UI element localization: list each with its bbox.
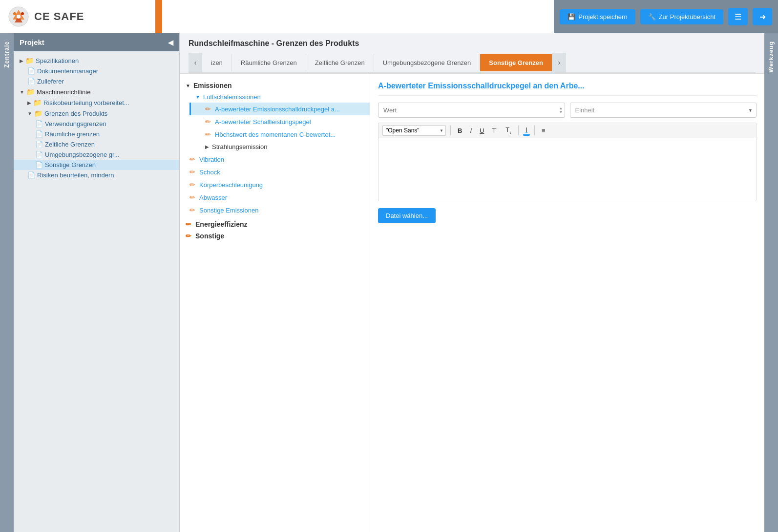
italic-button[interactable]: I xyxy=(467,126,474,135)
expand-arrow: ▼ xyxy=(27,111,32,116)
edit-icon: ✏ xyxy=(205,130,211,138)
svg-point-5 xyxy=(21,12,24,15)
page-title-bar: Rundschleifmaschine - Grenzen des Produk… xyxy=(180,33,764,74)
edit-icon: ✏ xyxy=(205,118,211,126)
emission-top-schock[interactable]: ✏ Schock xyxy=(180,166,370,178)
edit-icon: ✏ xyxy=(186,220,191,228)
left-side-tab[interactable]: Zentrale xyxy=(0,33,14,532)
expand-arrow: ▼ xyxy=(20,89,24,95)
emission-item-hoechstwert[interactable]: ✏ Höchstwert des momentanen C-bewertet..… xyxy=(189,128,370,141)
item-label: Risikobeurteilung vorbereitet... xyxy=(43,99,129,106)
font-select-wrapper: "Open Sans" Arial Times New Roman xyxy=(382,125,446,136)
abwasser-label: Abwasser xyxy=(199,194,227,201)
right-side-tab[interactable]: Werkzeug xyxy=(764,33,778,532)
emission-item-label: Höchstwert des momentanen C-bewertet... xyxy=(215,131,336,138)
strahlungsemission-label: Strahlungsemission xyxy=(212,143,267,150)
sonstige-emissionen-label: Sonstige Emissionen xyxy=(199,207,258,214)
tab-izen[interactable]: izen xyxy=(202,54,232,71)
tree-item-umgebungsbezogene[interactable]: 📄 Umgebungsbezogene gr... xyxy=(14,149,179,160)
svg-point-3 xyxy=(17,15,21,19)
sidebar-collapse-arrow[interactable]: ◀ xyxy=(168,39,173,46)
file-icon: 📄 xyxy=(35,141,43,148)
tab-raeumliche[interactable]: Räumliche Grenzen xyxy=(232,54,306,71)
tree-item-risiken-beurteilen[interactable]: 📄 Risiken beurteilen, mindern xyxy=(14,170,179,180)
toolbar-separator-2 xyxy=(518,126,519,135)
project-overview-button[interactable]: 🔧 Zur Projektübersicht xyxy=(640,9,723,24)
font-select[interactable]: "Open Sans" Arial Times New Roman xyxy=(382,125,446,136)
emission-item-a-schall[interactable]: ✏ A-bewerteter Schallleistungspegel xyxy=(189,115,370,128)
tree-item-risikobeurteilung[interactable]: ▶ 📁 Risikobeurteilung vorbereitet... xyxy=(14,97,179,108)
arrow-right-icon: ➜ xyxy=(759,12,766,21)
tree-item-maschinenrichtlinie[interactable]: ▼ 📁 Maschinenrichtlinie xyxy=(14,86,179,97)
emission-top-sonstige-emissionen[interactable]: ✏ Sonstige Emissionen xyxy=(180,204,370,216)
align-button[interactable]: ≡ xyxy=(539,126,548,135)
save-project-button[interactable]: 💾 Projekt speichern xyxy=(560,9,635,24)
toolbar-separator xyxy=(450,126,451,135)
edit-icon: ✏ xyxy=(205,105,211,113)
tab-zeitliche[interactable]: Zeitliche Grenzen xyxy=(306,54,374,71)
file-icon: 📄 xyxy=(35,161,43,169)
tree-item-verwendungsgrenzen[interactable]: 📄 Verwendungsgrenzen xyxy=(14,119,179,129)
app-name: CE SAFE xyxy=(34,10,84,23)
tree-item-spezifikationen[interactable]: ▶ 📁 Spezifikationen xyxy=(14,55,179,66)
right-detail-panel: A-bewerteter Emissionsschalldruckpegel a… xyxy=(370,74,764,532)
edit-icon: ✏ xyxy=(189,168,195,176)
tree-item-zulieferer[interactable]: 📄 Zulieferer xyxy=(14,76,179,86)
section-arrow: ▼ xyxy=(186,83,190,88)
sonstige-other-label: Sonstige xyxy=(195,232,224,240)
tree-item-grenzen-des-produkts[interactable]: ▼ 📁 Grenzen des Produkts xyxy=(14,108,179,119)
text-editor-area[interactable] xyxy=(378,138,757,201)
schock-label: Schock xyxy=(199,169,220,176)
item-label: Zeitliche Grenzen xyxy=(45,141,95,148)
emission-top-koerperbeschleunigung[interactable]: ✏ Körperbeschleunigung xyxy=(180,178,370,191)
superscript-button[interactable]: T↑ xyxy=(489,126,500,135)
item-label: Räumliche grenzen xyxy=(45,130,100,138)
file-icon: 📄 xyxy=(27,67,35,75)
subscript-button[interactable]: T↓ xyxy=(503,125,514,136)
strahlungsemission-header[interactable]: ▶ Strahlungsemission xyxy=(189,141,370,153)
svg-point-4 xyxy=(13,12,16,15)
spinner-arrows[interactable]: ▲▼ xyxy=(559,106,563,114)
luftschalemissionen-header[interactable]: ▼ Luftschalemissionen xyxy=(189,91,370,103)
subsection-arrow: ▼ xyxy=(195,94,200,100)
luftschalemissionen-section: ▼ Luftschalemissionen ✏ A-bewerteter Emi… xyxy=(180,91,370,141)
vibration-label: Vibration xyxy=(199,156,224,163)
emission-item-a-druck[interactable]: ✏ A-bewerteter Emissionsschalldruckpegel… xyxy=(189,103,370,115)
text-editor-toolbar: "Open Sans" Arial Times New Roman B I U … xyxy=(378,123,757,138)
tree-item-sonstige-grenzen[interactable]: 📄 Sonstige Grenzen xyxy=(14,160,179,170)
folder-icon: 📁 xyxy=(34,109,42,117)
main-layout: Zentrale Projekt ◀ ▶ 📁 Spezifikationen 📄… xyxy=(0,33,778,532)
luftschalemissionen-label: Luftschalemissionen xyxy=(203,93,261,101)
energieeffizienz-header[interactable]: ✏ Energieeffizienz xyxy=(180,218,370,230)
item-label: Maschinenrichtlinie xyxy=(37,88,91,96)
edit-icon: ✏ xyxy=(189,155,195,163)
tree-item-zeitliche-grenzen[interactable]: 📄 Zeitliche Grenzen xyxy=(14,139,179,149)
save-icon: 💾 xyxy=(568,13,575,21)
logout-button[interactable]: ➜ xyxy=(753,8,772,25)
tab-next-arrow[interactable]: › xyxy=(552,53,566,72)
wrench-icon: 🔧 xyxy=(648,13,656,21)
text-color-button[interactable]: I xyxy=(523,125,530,136)
sonstige-other-header[interactable]: ✏ Sonstige xyxy=(180,230,370,242)
emission-top-vibration[interactable]: ✏ Vibration xyxy=(180,153,370,166)
bold-button[interactable]: B xyxy=(455,126,464,135)
werkzeug-label: Werkzeug xyxy=(768,37,775,76)
tab-sonstige[interactable]: Sonstige Grenzen xyxy=(480,54,552,71)
emissionen-header[interactable]: ▼ Emissionen xyxy=(180,80,370,91)
tab-umgebungsbezogene[interactable]: Umgebungsbezogene Grenzen xyxy=(374,54,481,71)
tab-prev-arrow[interactable]: ‹ xyxy=(189,53,202,72)
item-label: Verwendungsgrenzen xyxy=(45,120,106,128)
file-choose-button[interactable]: Datei wählen... xyxy=(378,208,436,223)
unit-select[interactable]: Einheit dB(A) dB Pa xyxy=(570,103,757,118)
edit-icon: ✏ xyxy=(189,206,195,214)
detail-title: A-bewerteter Emissionsschalldruckpegel a… xyxy=(378,82,757,96)
folder-icon: 📁 xyxy=(26,88,35,96)
menu-button[interactable]: ☰ xyxy=(728,8,748,25)
tree-item-raeumliche-grenzen[interactable]: 📄 Räumliche grenzen xyxy=(14,129,179,139)
underline-button[interactable]: U xyxy=(477,126,486,135)
value-input[interactable] xyxy=(378,103,565,118)
tree-item-dokumentenmanager[interactable]: 📄 Dokumentenmanager xyxy=(14,66,179,76)
value-unit-row: ▲▼ Einheit dB(A) dB Pa xyxy=(378,103,757,118)
emission-top-abwasser[interactable]: ✏ Abwasser xyxy=(180,191,370,204)
koerperbeschleunigung-label: Körperbeschleunigung xyxy=(199,181,263,189)
